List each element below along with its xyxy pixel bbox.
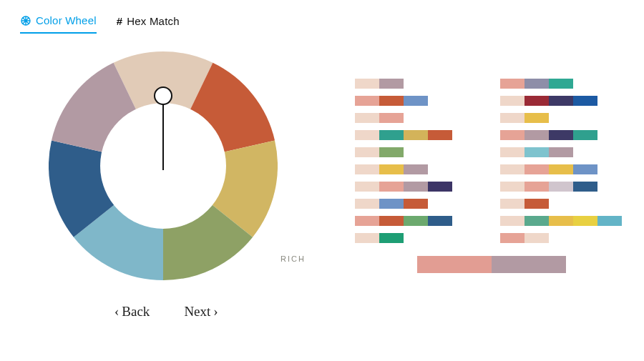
tab-color-wheel[interactable]: Color Wheel bbox=[20, 14, 97, 34]
swatch bbox=[379, 216, 404, 226]
palette-grid bbox=[355, 79, 628, 273]
tone-label-rich: RICH bbox=[280, 254, 306, 263]
palette-row[interactable] bbox=[500, 233, 628, 243]
palette-row[interactable] bbox=[355, 182, 483, 192]
palette-row[interactable] bbox=[355, 79, 483, 89]
swatch bbox=[500, 113, 525, 123]
selected-palette[interactable] bbox=[355, 256, 628, 273]
color-wheel-icon bbox=[20, 15, 31, 26]
palette-row[interactable] bbox=[500, 182, 628, 192]
swatch bbox=[525, 96, 549, 106]
swatch bbox=[428, 130, 452, 140]
palette-row[interactable] bbox=[355, 130, 483, 140]
swatch bbox=[355, 147, 379, 157]
swatch bbox=[404, 216, 428, 226]
swatch bbox=[355, 216, 379, 226]
wheel-nav: ‹ Back Next › bbox=[114, 304, 218, 320]
swatch bbox=[355, 130, 379, 140]
swatch bbox=[525, 216, 549, 226]
swatch bbox=[573, 164, 597, 174]
swatch bbox=[525, 79, 549, 89]
swatch bbox=[573, 182, 597, 192]
swatch bbox=[500, 79, 525, 89]
swatch bbox=[379, 233, 404, 243]
swatch bbox=[525, 130, 549, 140]
palette-row[interactable] bbox=[500, 164, 628, 174]
palette-row[interactable] bbox=[355, 199, 483, 209]
palette-row[interactable] bbox=[500, 147, 628, 157]
swatch bbox=[379, 79, 404, 89]
chevron-right-icon: › bbox=[213, 304, 218, 320]
swatch bbox=[355, 164, 379, 174]
palette-row[interactable] bbox=[355, 96, 483, 106]
palette-row[interactable] bbox=[500, 130, 628, 140]
swatch bbox=[525, 147, 549, 157]
swatch bbox=[500, 233, 525, 243]
swatch bbox=[379, 113, 404, 123]
swatch bbox=[492, 256, 566, 273]
palette-row[interactable] bbox=[355, 147, 483, 157]
swatch bbox=[525, 182, 549, 192]
swatch bbox=[404, 164, 428, 174]
tab-hex-match[interactable]: # Hex Match bbox=[117, 14, 180, 34]
swatch bbox=[500, 147, 525, 157]
palette-row[interactable] bbox=[355, 233, 483, 243]
palette-row[interactable] bbox=[500, 199, 628, 209]
swatch bbox=[500, 199, 525, 209]
swatch bbox=[500, 216, 525, 226]
chevron-left-icon: ‹ bbox=[114, 304, 119, 320]
swatch bbox=[500, 164, 525, 174]
tab-label: Color Wheel bbox=[36, 14, 97, 26]
palette-row[interactable] bbox=[500, 113, 628, 123]
swatch bbox=[379, 96, 404, 106]
swatch bbox=[573, 216, 597, 226]
palette-row[interactable] bbox=[500, 216, 628, 226]
swatch bbox=[549, 96, 573, 106]
swatch bbox=[379, 130, 404, 140]
swatch bbox=[573, 130, 597, 140]
swatch bbox=[549, 182, 573, 192]
next-button[interactable]: Next › bbox=[184, 304, 218, 320]
swatch bbox=[404, 182, 428, 192]
swatch bbox=[355, 233, 379, 243]
swatch bbox=[549, 79, 573, 89]
swatch bbox=[597, 216, 622, 226]
tab-label: Hex Match bbox=[127, 15, 180, 27]
swatch bbox=[525, 233, 549, 243]
swatch bbox=[500, 130, 525, 140]
swatch bbox=[355, 182, 379, 192]
swatch bbox=[379, 199, 404, 209]
swatch bbox=[500, 96, 525, 106]
palette-row[interactable] bbox=[355, 164, 483, 174]
swatch bbox=[379, 147, 404, 157]
swatch bbox=[404, 96, 428, 106]
palette-column-right bbox=[500, 79, 628, 243]
swatch bbox=[525, 199, 549, 209]
palette-row[interactable] bbox=[500, 96, 628, 106]
swatch bbox=[428, 182, 452, 192]
swatch bbox=[549, 130, 573, 140]
swatch bbox=[500, 182, 525, 192]
swatch bbox=[525, 113, 549, 123]
palette-row[interactable] bbox=[500, 79, 628, 89]
swatch bbox=[355, 96, 379, 106]
back-button[interactable]: ‹ Back bbox=[114, 304, 150, 320]
wheel-pointer[interactable] bbox=[162, 103, 164, 170]
swatch bbox=[428, 216, 452, 226]
color-wheel[interactable] bbox=[49, 51, 278, 280]
swatch bbox=[549, 164, 573, 174]
swatch bbox=[404, 199, 428, 209]
swatch bbox=[573, 96, 597, 106]
swatch bbox=[549, 147, 573, 157]
palette-row[interactable] bbox=[355, 216, 483, 226]
swatch bbox=[379, 182, 404, 192]
palette-column-left bbox=[355, 79, 483, 243]
swatch bbox=[417, 256, 492, 273]
swatch bbox=[549, 216, 573, 226]
swatch bbox=[355, 79, 379, 89]
swatch bbox=[379, 164, 404, 174]
palette-row[interactable] bbox=[355, 113, 483, 123]
swatch bbox=[355, 199, 379, 209]
swatch bbox=[525, 164, 549, 174]
swatch bbox=[355, 113, 379, 123]
